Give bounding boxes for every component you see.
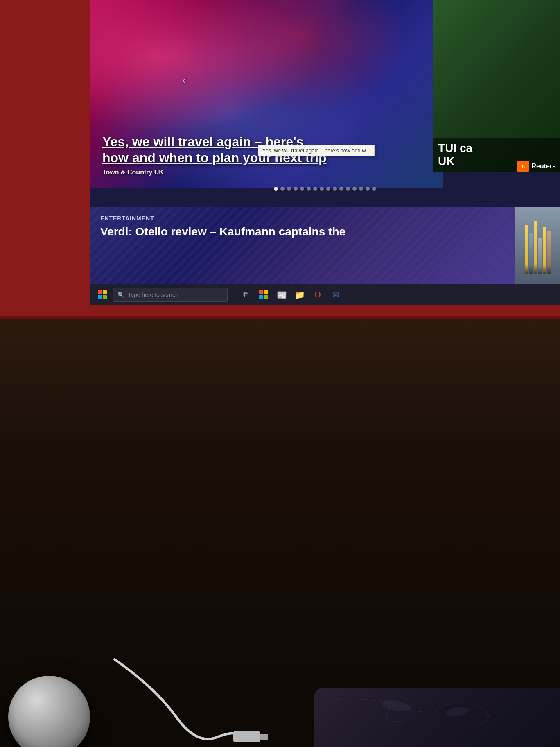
win-logo-green [103, 295, 107, 299]
article-tooltip: Yes, we will travel again – here's how a… [258, 145, 375, 156]
carousel-prev-button[interactable]: ‹ [182, 74, 186, 87]
news-icon[interactable]: 📰 [274, 287, 289, 302]
reuters-text: Reuters [531, 163, 556, 170]
svg-rect-1 [264, 290, 268, 294]
svg-rect-3 [264, 295, 268, 299]
desk-area [0, 319, 560, 747]
fabric-area [314, 688, 560, 747]
mail-icon[interactable]: ✉ [328, 287, 343, 302]
dot-12[interactable] [346, 187, 350, 191]
dot-7[interactable] [313, 187, 317, 191]
dot-5[interactable] [300, 187, 304, 191]
dot-13[interactable] [352, 187, 357, 191]
dot-9[interactable] [326, 187, 330, 191]
taskbar-search[interactable]: 🔍 Type here to search [113, 288, 228, 302]
pencil-6 [547, 231, 551, 274]
dot-16[interactable] [372, 187, 376, 191]
entertainment-image [515, 207, 560, 289]
pencil-1 [525, 225, 528, 274]
win-logo-blue [98, 295, 102, 299]
office-icon[interactable]: O [310, 287, 325, 302]
taskbar: 🔍 Type here to search ⧉ 📰 📁 O ✉ [90, 284, 560, 305]
microsoft-store-icon[interactable] [256, 287, 271, 302]
dot-15[interactable] [366, 187, 370, 191]
carousel-dots [90, 187, 560, 191]
lamp-cable [33, 655, 278, 747]
dot-4[interactable] [294, 187, 298, 191]
entertainment-section: ENTERTAINMENT Verdi: Otello review – Kau… [90, 207, 560, 289]
entertainment-card[interactable]: ENTERTAINMENT Verdi: Otello review – Kau… [90, 207, 515, 289]
dot-8[interactable] [320, 187, 324, 191]
search-placeholder-text: Type here to search [128, 292, 178, 298]
windows-logo [98, 290, 107, 299]
svg-point-7 [443, 706, 473, 717]
svg-rect-2 [259, 295, 263, 299]
dot-10[interactable] [333, 187, 337, 191]
pencil-5 [543, 227, 546, 274]
taskbar-icons: ⧉ 📰 📁 O ✉ [238, 287, 343, 302]
entertainment-title: Verdi: Otello review – Kaufmann captains… [100, 225, 505, 239]
pencil-visual [521, 217, 555, 278]
reuters-label: R Reuters [517, 161, 556, 172]
dot-11[interactable] [339, 187, 343, 191]
search-icon: 🔍 [117, 292, 124, 298]
win-logo-yellow [103, 290, 107, 294]
dot-3[interactable] [287, 187, 291, 191]
file-explorer-icon[interactable]: 📁 [292, 287, 307, 302]
start-button[interactable] [94, 287, 111, 303]
pencil-2 [529, 233, 533, 274]
dot-14[interactable] [359, 187, 363, 191]
pencil-3 [534, 221, 537, 274]
svg-rect-4 [233, 731, 260, 742]
dot-2[interactable] [280, 187, 285, 191]
screen: TUI ca UK ‹ Yes, we will travel again – … [90, 0, 560, 305]
dot-6[interactable] [307, 187, 311, 191]
news-carousel[interactable]: TUI ca UK ‹ Yes, we will travel again – … [90, 0, 560, 197]
pencil-4 [538, 238, 542, 274]
svg-point-6 [375, 699, 417, 713]
main-article-source: Town & Country UK [102, 169, 552, 176]
svg-rect-0 [259, 290, 263, 294]
task-view-icon[interactable]: ⧉ [238, 287, 253, 302]
monitor-frame: TUI ca UK ‹ Yes, we will travel again – … [0, 0, 560, 319]
reuters-icon: R [517, 161, 529, 172]
win-logo-red [98, 290, 102, 294]
entertainment-label: ENTERTAINMENT [100, 215, 505, 222]
fabric-pattern [314, 688, 560, 747]
svg-rect-5 [260, 734, 268, 740]
dot-1[interactable] [274, 187, 278, 191]
